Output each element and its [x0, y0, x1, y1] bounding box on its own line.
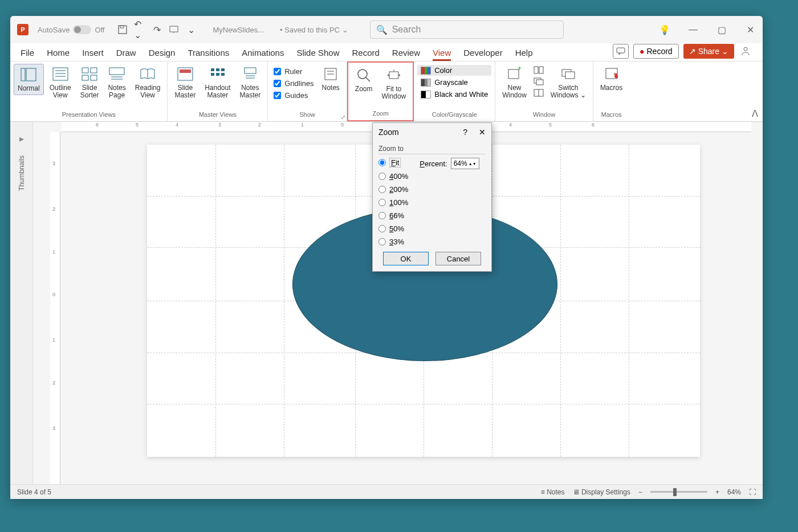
arrange-all-icon[interactable]	[532, 65, 545, 75]
tab-file[interactable]: File	[21, 48, 34, 61]
zoom-fit-radio[interactable]: Fit	[378, 158, 408, 167]
gridlines-checkbox[interactable]: Gridlines	[271, 78, 316, 89]
reading-view-button[interactable]: Reading View	[132, 64, 164, 101]
group-show: Ruler Gridlines Guides Notes Show ⤢	[268, 62, 347, 121]
toggle-icon[interactable]	[73, 25, 91, 34]
save-icon[interactable]	[117, 24, 128, 35]
percent-input[interactable]: 64%▲▼	[451, 158, 479, 169]
ok-button[interactable]: OK	[383, 252, 429, 265]
fit-to-window-button[interactable]: Fit to Window	[378, 65, 410, 103]
mode-icon[interactable]	[739, 44, 752, 58]
zoom-out-icon[interactable]: −	[638, 488, 642, 496]
guides-checkbox[interactable]: Guides	[271, 90, 316, 101]
svg-rect-2	[170, 26, 178, 32]
notes-master-button[interactable]: Notes Master	[237, 64, 264, 101]
undo-icon[interactable]: ↶ ⌄	[134, 24, 145, 35]
expand-icon[interactable]: ▸	[19, 133, 24, 144]
autosave-toggle[interactable]: AutoSave Off	[38, 25, 104, 34]
zoom-to-label: Zoom to	[378, 145, 486, 154]
dialog-launcher-icon[interactable]: ⤢	[341, 114, 345, 120]
quick-access-toolbar: ↶ ⌄ ↷ ⌄	[117, 24, 197, 35]
tab-review[interactable]: Review	[392, 48, 420, 61]
cancel-button[interactable]: Cancel	[435, 252, 481, 265]
zoom-in-icon[interactable]: +	[715, 488, 719, 496]
svg-rect-22	[211, 68, 214, 71]
zoom-100-radio[interactable]: 100%	[378, 198, 408, 207]
tab-slideshow[interactable]: Slide Show	[296, 48, 339, 61]
zoom-button[interactable]: Zoom	[352, 65, 376, 95]
outline-view-button[interactable]: Outline View	[46, 64, 75, 101]
zoom-400-radio[interactable]: 400%	[378, 172, 408, 181]
save-status[interactable]: • Saved to this PC ⌄	[280, 26, 348, 34]
tab-developer[interactable]: Developer	[463, 48, 502, 61]
svg-rect-8	[53, 68, 68, 80]
zoom-200-radio[interactable]: 200%	[378, 185, 408, 194]
comments-button[interactable]	[613, 44, 629, 59]
svg-rect-39	[534, 67, 538, 73]
percent-label: Percent:	[420, 159, 447, 168]
new-window-button[interactable]: +New Window	[499, 64, 530, 101]
zoom-slider[interactable]	[650, 491, 707, 493]
thumbnails-panel[interactable]: ▸ Thumbnails	[10, 122, 33, 484]
minimize-icon[interactable]: —	[687, 24, 699, 35]
move-split-icon[interactable]	[532, 88, 545, 98]
present-icon[interactable]	[168, 24, 180, 35]
tab-help[interactable]: Help	[515, 48, 533, 61]
svg-rect-26	[216, 73, 219, 76]
dialog-titlebar[interactable]: Zoom ? ✕	[373, 123, 491, 141]
slide-master-button[interactable]: Slide Master	[171, 64, 199, 101]
zoom-dialog: Zoom ? ✕ Zoom to Fit 400% 200% 100% 66% …	[372, 122, 492, 272]
grayscale-button[interactable]: Grayscale	[417, 77, 491, 88]
color-button[interactable]: Color	[417, 65, 491, 76]
switch-windows-button[interactable]: Switch Windows ⌄	[547, 64, 589, 101]
zoom-66-radio[interactable]: 66%	[378, 211, 408, 220]
record-button[interactable]: ●Record	[633, 44, 679, 59]
close-icon[interactable]: ✕	[744, 24, 756, 35]
fit-slide-icon[interactable]: ⛶	[749, 488, 756, 496]
display-settings-button[interactable]: 🖥 Display Settings	[573, 488, 630, 496]
document-title: MyNewSlides...	[213, 26, 264, 34]
zoom-33-radio[interactable]: 33%	[378, 238, 408, 246]
group-color-grayscale: Color Grayscale Black and White Color/Gr…	[414, 62, 495, 121]
search-icon: 🔍	[376, 24, 388, 35]
normal-button[interactable]: Normal	[14, 64, 44, 95]
share-button[interactable]: ↗ Share ⌄	[683, 44, 734, 59]
help-icon[interactable]: ?	[463, 128, 467, 137]
notes-toggle[interactable]: ≡ Notes	[541, 488, 565, 496]
svg-rect-12	[82, 68, 88, 73]
cascade-icon[interactable]	[532, 76, 545, 87]
qat-more-icon[interactable]: ⌄	[185, 24, 197, 35]
collapse-ribbon-icon[interactable]: ᐱ	[752, 108, 758, 119]
handout-master-button[interactable]: Handout Master	[201, 64, 234, 101]
titlebar: P AutoSave Off ↶ ⌄ ↷ ⌄ MyNewSlides... • …	[10, 16, 763, 43]
notes-button[interactable]: Notes	[319, 64, 343, 94]
group-label: Presentation Views	[14, 111, 164, 120]
tab-animations[interactable]: Animations	[242, 48, 284, 61]
lightbulb-icon[interactable]: 💡	[659, 24, 670, 35]
redo-icon[interactable]: ↷	[151, 24, 162, 35]
notes-page-button[interactable]: Notes Page	[104, 64, 129, 101]
svg-rect-23	[216, 68, 219, 71]
svg-rect-14	[82, 75, 88, 80]
statusbar: Slide 4 of 5 ≡ Notes 🖥 Display Settings …	[10, 484, 763, 499]
slide-sorter-button[interactable]: Slide Sorter	[77, 64, 103, 101]
macros-button[interactable]: Macros	[597, 64, 626, 94]
tab-home[interactable]: Home	[47, 48, 70, 61]
ruler-checkbox[interactable]: Ruler	[271, 66, 316, 77]
black-white-button[interactable]: Black and White	[417, 89, 491, 100]
tab-record[interactable]: Record	[352, 48, 379, 61]
zoom-50-radio[interactable]: 50%	[378, 224, 408, 233]
slide-count[interactable]: Slide 4 of 5	[17, 488, 51, 496]
autosave-label: AutoSave	[38, 26, 70, 34]
tab-view[interactable]: View	[433, 48, 451, 61]
svg-rect-36	[389, 72, 398, 79]
search-input[interactable]: 🔍 Search	[370, 21, 564, 39]
tab-insert[interactable]: Insert	[82, 48, 104, 61]
tab-design[interactable]: Design	[149, 48, 176, 61]
zoom-percent[interactable]: 64%	[727, 488, 741, 496]
svg-rect-0	[119, 26, 127, 34]
tab-draw[interactable]: Draw	[116, 48, 136, 61]
dialog-close-icon[interactable]: ✕	[479, 128, 486, 137]
maximize-icon[interactable]: ▢	[716, 24, 727, 35]
tab-transitions[interactable]: Transitions	[188, 48, 229, 61]
